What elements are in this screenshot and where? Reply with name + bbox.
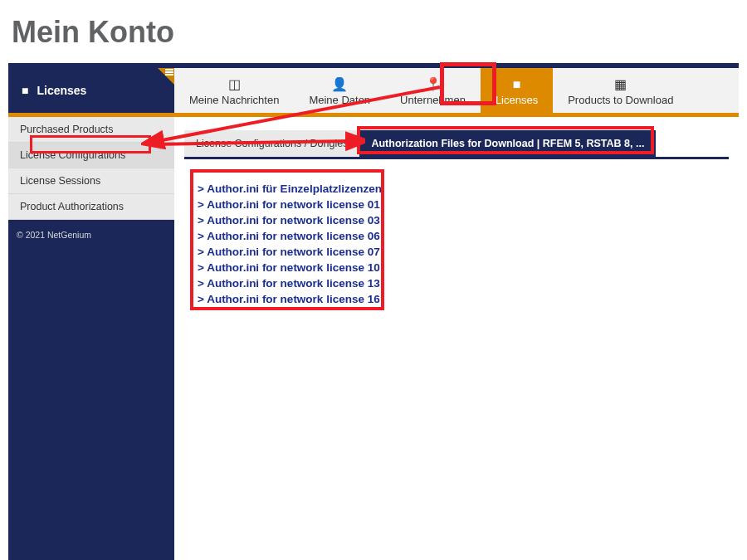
file-link[interactable]: > Author.ini for network license 07 bbox=[198, 244, 715, 260]
sidebar-item-purchased-products[interactable]: Purchased Products bbox=[8, 117, 174, 143]
tab-label: Licenses bbox=[496, 94, 538, 106]
file-link[interactable]: > Author.ini for network license 13 bbox=[198, 275, 715, 291]
content-area: License Configurations / Dongles Authori… bbox=[174, 117, 739, 560]
location-pin-icon: 📍 bbox=[425, 76, 442, 92]
file-link[interactable]: > Author.ini for network license 03 bbox=[198, 212, 715, 228]
file-link[interactable]: > Author.ini for network license 10 bbox=[198, 260, 715, 275]
contact-card-icon: ◫ bbox=[228, 76, 241, 92]
tab-label: Licenses bbox=[37, 84, 86, 97]
stop-icon: ■ bbox=[22, 84, 28, 97]
file-list: > Author.ini für Einzelplatzlizenzen > A… bbox=[189, 176, 724, 312]
file-link[interactable]: > Author.ini for network license 01 bbox=[198, 197, 715, 212]
subtab-configurations-dongles[interactable]: License Configurations / Dongles bbox=[184, 130, 359, 157]
tab-corner-decoration bbox=[158, 68, 174, 85]
person-icon: 👤 bbox=[331, 76, 348, 92]
tab-meine-nachrichten[interactable]: ◫ Meine Nachrichten bbox=[174, 68, 294, 113]
tab-label: Meine Nachrichten bbox=[189, 94, 279, 106]
sidebar-item-product-authorizations[interactable]: Product Authorizations bbox=[8, 194, 174, 220]
tab-products-download[interactable]: ▦ Products to Download bbox=[553, 68, 688, 113]
sidebar-footer: © 2021 NetGenium bbox=[8, 220, 174, 560]
tab-licenses-primary[interactable]: ■ Licenses bbox=[8, 68, 174, 113]
tab-bar: ■ Licenses ◫ Meine Nachrichten 👤 Meine D… bbox=[8, 68, 739, 113]
stop-icon: ■ bbox=[513, 77, 521, 92]
tab-unternehmen[interactable]: 📍 Unternehmen bbox=[385, 68, 481, 113]
tab-label: Meine Daten bbox=[309, 94, 370, 106]
file-link[interactable]: > Author.ini for network license 16 bbox=[198, 291, 715, 307]
tab-label: Unternehmen bbox=[400, 94, 466, 106]
body-area: Purchased Products License Configuration… bbox=[8, 117, 739, 560]
page-title: Mein Konto bbox=[0, 0, 747, 63]
file-link[interactable]: > Author.ini für Einzelplatzlizenzen bbox=[198, 181, 715, 197]
tab-licenses[interactable]: ■ Licenses bbox=[481, 68, 553, 113]
sidebar-item-license-configurations[interactable]: License Configurations bbox=[8, 143, 174, 168]
subtab-authorization-files[interactable]: Authorization Files for Download | RFEM … bbox=[359, 130, 656, 157]
sidebar-item-license-sessions[interactable]: License Sessions bbox=[8, 168, 174, 194]
sidebar: Purchased Products License Configuration… bbox=[8, 117, 174, 560]
file-link[interactable]: > Author.ini for network license 06 bbox=[198, 228, 715, 244]
grid-icon: ▦ bbox=[614, 76, 627, 92]
subtabs: License Configurations / Dongles Authori… bbox=[184, 130, 729, 159]
tab-meine-daten[interactable]: 👤 Meine Daten bbox=[294, 68, 385, 113]
tab-label: Products to Download bbox=[568, 94, 673, 106]
